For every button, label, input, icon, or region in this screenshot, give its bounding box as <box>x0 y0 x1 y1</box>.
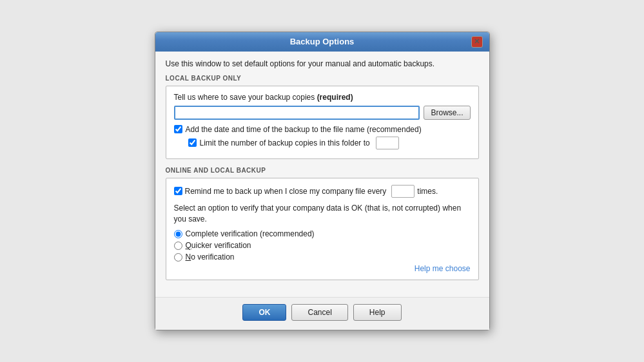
radio-complete-row: Complete verification (recommended) <box>174 229 471 238</box>
dialog-title: Backup Options <box>173 37 471 46</box>
dialog-body: Use this window to set default options f… <box>155 52 489 298</box>
radio-complete-label: Complete verification (recommended) <box>186 229 315 238</box>
radio-quicker-row: Quicker verification <box>174 241 471 250</box>
remind-row: Remind me to back up when I close my com… <box>174 185 471 198</box>
path-field-label: Tell us where to save your backup copies… <box>174 93 471 102</box>
close-button[interactable]: ✕ <box>471 36 483 48</box>
radio-none[interactable] <box>174 253 182 262</box>
date-checkbox-label: Add the date and time of the backup to t… <box>186 125 422 134</box>
backup-path-input[interactable] <box>174 106 420 120</box>
online-section-label: ONLINE AND LOCAL BACKUP <box>166 167 479 174</box>
remind-checkbox[interactable] <box>174 187 182 195</box>
radio-complete[interactable] <box>174 230 182 238</box>
dialog-titlebar: Backup Options ✕ <box>155 32 489 52</box>
verify-text: Select an option to verify that your com… <box>174 203 471 225</box>
help-link-row: Help me choose <box>174 264 471 273</box>
help-me-choose-link[interactable]: Help me choose <box>415 264 471 273</box>
limit-checkbox-label: Limit the number of backup copies in thi… <box>200 138 370 148</box>
radio-quicker[interactable] <box>174 242 182 250</box>
radio-none-row: No verification <box>174 252 471 262</box>
online-section-box: Remind me to back up when I close my com… <box>166 178 479 281</box>
limit-checkbox[interactable] <box>188 138 197 147</box>
date-checkbox[interactable] <box>174 125 182 133</box>
limit-checkbox-row: Limit the number of backup copies in thi… <box>188 137 471 149</box>
local-section-label: LOCAL BACKUP ONLY <box>166 75 479 82</box>
remind-suffix: times. <box>417 187 438 196</box>
remind-times-input[interactable]: 4 <box>391 185 415 198</box>
local-section-box: Tell us where to save your backup copies… <box>166 86 479 159</box>
intro-text: Use this window to set default options f… <box>166 59 479 68</box>
remind-prefix: Remind me to back up when I close my com… <box>185 187 387 196</box>
backup-options-dialog: Backup Options ✕ Use this window to set … <box>155 32 490 331</box>
radio-none-label: No verification <box>186 252 235 262</box>
dialog-footer: OK Cancel Help <box>155 297 489 330</box>
radio-quicker-label: Quicker verification <box>186 241 251 250</box>
path-input-row: Browse... <box>174 106 471 120</box>
browse-button[interactable]: Browse... <box>424 106 470 120</box>
ok-button[interactable]: OK <box>242 304 286 321</box>
help-button[interactable]: Help <box>353 304 402 321</box>
cancel-button[interactable]: Cancel <box>291 304 347 321</box>
limit-number-input[interactable]: 3 <box>376 137 399 149</box>
date-checkbox-row: Add the date and time of the backup to t… <box>174 125 471 134</box>
